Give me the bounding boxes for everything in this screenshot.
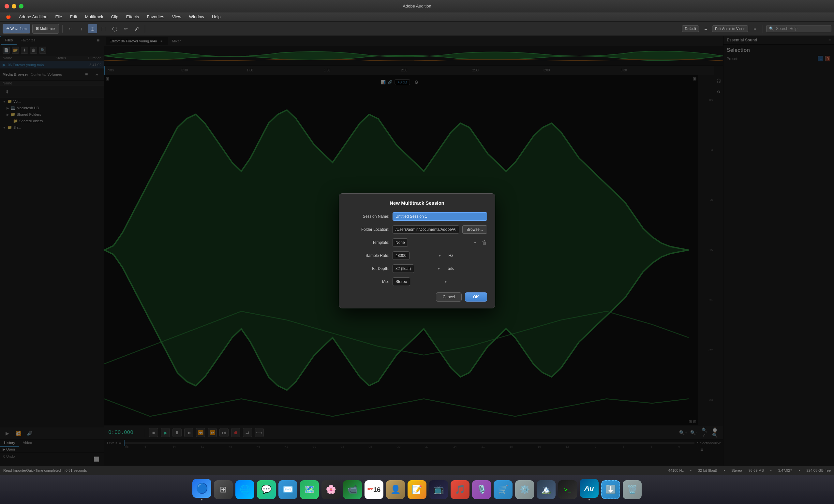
- dock-safari[interactable]: 🌐: [235, 480, 254, 499]
- status-bar: Read ImporterQuickTime completed in 0.51…: [0, 465, 834, 475]
- titlebar: Adobe Audition: [0, 0, 834, 13]
- dock-contacts[interactable]: 👤: [386, 480, 405, 499]
- dock-terminal[interactable]: >_: [558, 480, 577, 499]
- close-window-button[interactable]: [4, 4, 9, 8]
- file-size-display: 76.69 MB: [749, 468, 764, 473]
- dock: 🔵 ⊞ 🌐 💬 ✉️ 🗺️ 🌸: [0, 475, 834, 504]
- separator1: •: [690, 468, 692, 473]
- menu-multitrack[interactable]: Multitrack: [82, 13, 107, 20]
- template-select[interactable]: None: [393, 238, 408, 247]
- dock-calendar[interactable]: FEB 16: [365, 480, 383, 499]
- finder-dot: [201, 499, 202, 500]
- podcasts-icon: 🎙️: [472, 480, 491, 499]
- folder-location-input[interactable]: [393, 225, 459, 234]
- separator3: •: [770, 468, 772, 473]
- multitrack-label: Multitrack: [40, 27, 56, 31]
- menu-apple[interactable]: 🍎: [3, 13, 14, 20]
- minimize-window-button[interactable]: [12, 4, 16, 8]
- mail-icon: ✉️: [279, 480, 297, 499]
- maps-icon: 🗺️: [300, 480, 319, 499]
- template-row: Template: None 🗑: [347, 238, 487, 247]
- session-name-input[interactable]: [393, 212, 487, 221]
- separator4: •: [799, 468, 800, 473]
- dock-system-prefs[interactable]: ⚙️: [515, 480, 534, 499]
- pencil-button[interactable]: ✏: [121, 24, 130, 33]
- audition-dot: [589, 499, 590, 500]
- select-tool-button[interactable]: ↕: [77, 24, 86, 33]
- messages-icon: 💬: [257, 480, 276, 499]
- browse-button[interactable]: Browse...: [462, 225, 487, 234]
- dock-audition[interactable]: Au: [580, 479, 599, 500]
- waveform-mode-button[interactable]: ≋ Waveform: [3, 24, 30, 34]
- status-text: Read ImporterQuickTime completed in 0.51…: [3, 468, 87, 473]
- dock-messages[interactable]: 💬: [257, 480, 276, 499]
- dock-app-store[interactable]: 🛒: [493, 480, 512, 499]
- menu-clip[interactable]: Clip: [108, 13, 121, 20]
- menu-app[interactable]: Adobe Audition: [16, 13, 50, 20]
- terminal-icon: >_: [558, 480, 577, 499]
- safari-icon: 🌐: [235, 480, 254, 499]
- duration-display: 3:47.927: [778, 468, 792, 473]
- workspace-button[interactable]: Default: [682, 25, 699, 32]
- mix-select[interactable]: Stereo Mono 5.1: [393, 278, 410, 286]
- ok-button[interactable]: OK: [465, 292, 487, 302]
- dock-podcasts[interactable]: 🎙️: [472, 480, 491, 499]
- window-title: Adobe Audition: [403, 4, 431, 8]
- dock-music[interactable]: 🎵: [451, 480, 469, 499]
- dock-finder[interactable]: 🔵: [192, 479, 211, 500]
- contacts-icon: 👤: [386, 480, 405, 499]
- lasso-button[interactable]: ◯: [110, 24, 119, 33]
- menu-edit[interactable]: Edit: [67, 13, 80, 20]
- bit-depth-select[interactable]: 32 (float) 24 16: [393, 264, 414, 273]
- cancel-button[interactable]: Cancel: [436, 292, 462, 302]
- sample-rate-select-wrapper: 48000 44100 96000: [393, 251, 443, 260]
- dock-notchmeister[interactable]: 🏔️: [537, 480, 555, 499]
- waveform-icon: ≋: [6, 26, 9, 31]
- menu-view[interactable]: View: [169, 13, 184, 20]
- maximize-window-button[interactable]: [19, 4, 23, 8]
- sample-rate-label: Sample Rate:: [347, 253, 389, 258]
- notes-icon: 📝: [408, 480, 426, 499]
- menu-effects[interactable]: Effects: [123, 13, 142, 20]
- sample-rate-display: 44100 Hz: [668, 468, 684, 473]
- time-select-button[interactable]: ⌶: [88, 24, 97, 33]
- template-trash-button[interactable]: 🗑: [482, 240, 487, 245]
- dialog-overlay: New Multitrack Session Session Name: Fol…: [0, 36, 834, 465]
- workspace-options-button[interactable]: ≡: [701, 24, 710, 33]
- main-toolbar: ≋ Waveform ⊞ Multitrack ↔ ↕ ⌶ ⬚ ◯ ✏ 🖌 De…: [0, 22, 834, 36]
- bit-depth-row: Bit Depth: 32 (float) 24 16 bits: [347, 264, 487, 273]
- new-multitrack-session-dialog: New Multitrack Session Session Name: Fol…: [339, 193, 495, 308]
- dock-downloads[interactable]: ⬇️: [601, 480, 620, 499]
- dock-trash[interactable]: 🗑️: [623, 480, 642, 499]
- sample-rate-select[interactable]: 48000 44100 96000: [393, 251, 410, 260]
- channels-display: Stereo: [731, 468, 742, 473]
- bit-depth-select-wrapper: 32 (float) 24 16: [393, 264, 442, 273]
- folder-location-row: Folder Location: Browse...: [347, 225, 487, 234]
- dock-launchpad[interactable]: ⊞: [214, 480, 233, 499]
- status-bar-right: 44100 Hz • 32-bit (float) • Stereo 76.69…: [668, 468, 831, 473]
- menu-file[interactable]: File: [52, 13, 65, 20]
- audition-icon: Au: [580, 479, 599, 498]
- more-workspaces-button[interactable]: »: [750, 24, 759, 33]
- menu-favorites[interactable]: Favorites: [144, 13, 167, 20]
- traffic-lights: [4, 4, 23, 8]
- photos-icon: 🌸: [322, 480, 341, 499]
- menu-window[interactable]: Window: [186, 13, 207, 20]
- multitrack-mode-button[interactable]: ⊞ Multitrack: [32, 24, 59, 34]
- marquee-select-button[interactable]: ⬚: [99, 24, 108, 33]
- dock-maps[interactable]: 🗺️: [300, 480, 319, 499]
- dock-tv[interactable]: 📺: [429, 480, 448, 499]
- move-tool-button[interactable]: ↔: [66, 24, 75, 33]
- dock-mail[interactable]: ✉️: [279, 480, 297, 499]
- menu-help[interactable]: Help: [208, 13, 224, 20]
- template-label: Template:: [347, 240, 389, 245]
- dock-notes[interactable]: 📝: [408, 480, 426, 499]
- dock-photos[interactable]: 🌸: [322, 480, 341, 499]
- edit-audio-button[interactable]: Edit Audio to Video: [712, 25, 748, 32]
- dock-facetime[interactable]: 📹: [343, 480, 362, 499]
- toolbar-sep-1: [62, 25, 63, 32]
- launchpad-icon: ⊞: [214, 480, 233, 499]
- paintbrush-button[interactable]: 🖌: [132, 24, 141, 33]
- toolbar-sep-2: [145, 25, 145, 32]
- search-input[interactable]: [776, 26, 829, 31]
